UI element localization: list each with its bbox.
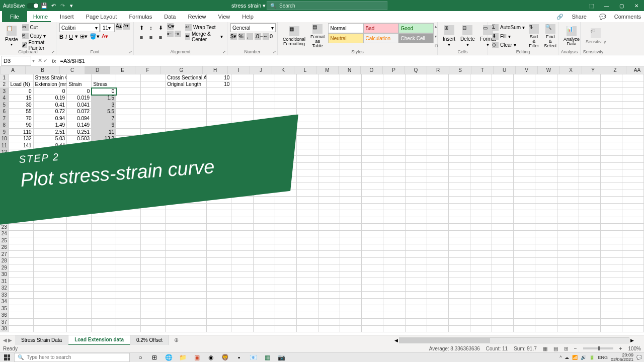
cell[interactable]	[492, 299, 514, 306]
format-painter-button[interactable]: 🖌Format Painter	[21, 41, 53, 49]
cell[interactable]	[449, 326, 470, 333]
cell[interactable]	[318, 197, 340, 204]
cell[interactable]	[383, 142, 405, 149]
maximize-button[interactable]: ▢	[614, 0, 629, 11]
cell[interactable]	[406, 169, 427, 176]
cell[interactable]	[166, 326, 207, 333]
cell[interactable]	[449, 190, 470, 197]
cell[interactable]	[557, 244, 579, 251]
cell[interactable]	[297, 285, 318, 292]
cell[interactable]	[116, 285, 141, 292]
cell[interactable]: 0	[92, 88, 116, 95]
cell[interactable]	[275, 272, 297, 279]
cell[interactable]	[383, 122, 405, 129]
cell[interactable]	[34, 251, 67, 258]
cell[interactable]	[383, 109, 405, 116]
cell[interactable]	[297, 136, 318, 143]
cell[interactable]	[427, 312, 449, 319]
cell[interactable]	[254, 292, 275, 299]
cell[interactable]	[557, 292, 579, 299]
cell[interactable]	[275, 258, 297, 265]
cell[interactable]	[207, 217, 231, 224]
cut-button[interactable]: ✂Cut	[21, 23, 53, 32]
cell[interactable]: 2.51	[34, 129, 67, 136]
cell[interactable]	[449, 285, 470, 292]
cortana-icon[interactable]: ○	[134, 352, 147, 363]
row-header[interactable]: 38	[0, 326, 9, 333]
cell[interactable]	[492, 326, 514, 333]
column-header[interactable]: Q	[405, 66, 427, 74]
column-header[interactable]: D	[85, 66, 110, 74]
cell[interactable]	[275, 217, 297, 224]
cell[interactable]	[449, 231, 470, 238]
cell[interactable]	[470, 183, 492, 190]
cell[interactable]	[383, 156, 405, 163]
cell[interactable]	[362, 326, 383, 333]
cell[interactable]	[92, 258, 116, 265]
cell[interactable]	[557, 142, 579, 149]
cell[interactable]	[622, 326, 644, 333]
cell[interactable]: 90	[9, 122, 34, 129]
font-size-combo[interactable]: 11▾	[101, 23, 115, 32]
cell[interactable]	[141, 244, 166, 251]
taskbar-search-input[interactable]: 🔍 Type here to search	[14, 353, 130, 362]
cell[interactable]	[340, 258, 362, 265]
row-header[interactable]: 29	[0, 264, 9, 272]
cell[interactable]	[601, 190, 622, 197]
cell[interactable]	[141, 272, 166, 279]
cell[interactable]	[383, 88, 405, 95]
cell[interactable]	[362, 183, 383, 190]
cell[interactable]	[557, 278, 579, 285]
fill-color-button[interactable]: 🪣▾	[90, 33, 100, 40]
cell[interactable]	[492, 102, 514, 109]
cell[interactable]	[141, 292, 166, 299]
cell[interactable]: 10	[207, 81, 231, 88]
cell[interactable]	[622, 136, 644, 143]
cell[interactable]	[116, 319, 141, 326]
formula-input[interactable]: =A3/$H$1	[58, 58, 644, 64]
cell[interactable]	[622, 142, 644, 149]
cell[interactable]	[579, 251, 601, 258]
row-header[interactable]: 30	[0, 272, 9, 279]
cell[interactable]	[514, 285, 535, 292]
cell[interactable]	[514, 244, 535, 251]
cell[interactable]	[406, 183, 427, 190]
cell[interactable]	[9, 292, 34, 299]
cell[interactable]: 7	[92, 115, 116, 122]
cell[interactable]	[557, 305, 579, 312]
cell[interactable]	[406, 299, 427, 306]
cell[interactable]	[166, 95, 207, 102]
cell[interactable]	[9, 272, 34, 279]
cell[interactable]	[116, 312, 141, 319]
tray-battery-icon[interactable]: 🔋	[589, 355, 595, 360]
cell[interactable]	[231, 319, 253, 326]
cell[interactable]	[362, 129, 383, 136]
cell[interactable]	[116, 292, 141, 299]
tray-clock[interactable]: 20:09 02/06/2021	[611, 353, 633, 362]
cell[interactable]	[406, 142, 427, 149]
cell[interactable]	[362, 264, 383, 272]
cell[interactable]	[318, 176, 340, 184]
cell[interactable]	[92, 217, 116, 224]
cell[interactable]	[514, 312, 535, 319]
column-header[interactable]: U	[494, 66, 516, 74]
cell[interactable]	[207, 237, 231, 244]
cell[interactable]	[427, 74, 449, 81]
cell[interactable]	[514, 319, 535, 326]
cell[interactable]: Extension (mm)	[34, 81, 67, 88]
cell[interactable]	[427, 319, 449, 326]
dialog-launcher-icon[interactable]: ⤢	[273, 50, 276, 54]
cell[interactable]	[579, 319, 601, 326]
cell[interactable]	[34, 305, 67, 312]
bold-button[interactable]: B	[59, 34, 63, 40]
cell[interactable]	[622, 163, 644, 170]
cell[interactable]	[535, 115, 557, 122]
cell[interactable]	[275, 292, 297, 299]
column-header[interactable]: I	[228, 66, 250, 74]
cell[interactable]	[406, 95, 427, 102]
cell[interactable]	[535, 163, 557, 170]
cell[interactable]	[514, 251, 535, 258]
cell[interactable]	[383, 251, 405, 258]
cell[interactable]	[557, 122, 579, 129]
cell[interactable]	[67, 224, 92, 231]
